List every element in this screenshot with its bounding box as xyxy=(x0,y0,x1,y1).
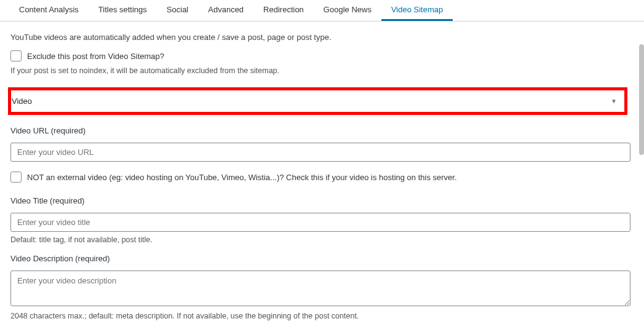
video-url-label: Video URL (required) xyxy=(10,126,634,135)
tab-advanced[interactable]: Advanced xyxy=(198,0,253,21)
tab-google-news[interactable]: Google News xyxy=(314,0,381,21)
not-external-row: NOT an external video (eg: video hosting… xyxy=(10,172,634,183)
tab-video-sitemap[interactable]: Video Sitemap xyxy=(381,0,453,21)
video-url-input[interactable] xyxy=(10,143,630,162)
chevron-down-icon: ▼ xyxy=(611,98,617,105)
intro-text: YouTube videos are automatically added w… xyxy=(10,33,634,42)
exclude-checkbox[interactable] xyxy=(10,50,22,61)
video-title-label: Video Title (required) xyxy=(10,196,634,205)
tab-titles-settings[interactable]: Titles settings xyxy=(89,0,157,21)
exclude-row: Exclude this post from Video Sitemap? xyxy=(10,50,634,61)
video-description-input[interactable] xyxy=(10,271,630,306)
scrollbar[interactable] xyxy=(639,44,644,155)
video-url-group: Video URL (required) xyxy=(10,126,634,162)
not-external-label: NOT an external video (eg: video hosting… xyxy=(27,173,457,182)
video-description-group: Video Description (required) 2048 charac… xyxy=(10,254,634,320)
tabs-nav: Content Analysis Titles settings Social … xyxy=(0,0,644,22)
video-select[interactable]: Video ▼ xyxy=(11,90,624,112)
not-external-checkbox[interactable] xyxy=(10,172,22,183)
tab-social[interactable]: Social xyxy=(157,0,198,21)
video-description-helper: 2048 characters max.; default: meta desc… xyxy=(10,312,634,320)
video-select-label: Video xyxy=(12,97,32,106)
tab-content-analysis[interactable]: Content Analysis xyxy=(9,0,89,21)
video-title-input[interactable] xyxy=(10,213,630,232)
tab-redirection[interactable]: Redirection xyxy=(253,0,314,21)
video-title-group: Video Title (required) Default: title ta… xyxy=(10,196,634,244)
tab-content: YouTube videos are automatically added w… xyxy=(0,22,644,332)
exclude-helper: If your post is set to noindex, it will … xyxy=(10,66,634,75)
video-description-label: Video Description (required) xyxy=(10,254,634,263)
video-title-helper: Default: title tag, if not available, po… xyxy=(10,235,634,244)
exclude-label: Exclude this post from Video Sitemap? xyxy=(27,52,164,61)
video-select-highlight: Video ▼ xyxy=(8,87,627,115)
